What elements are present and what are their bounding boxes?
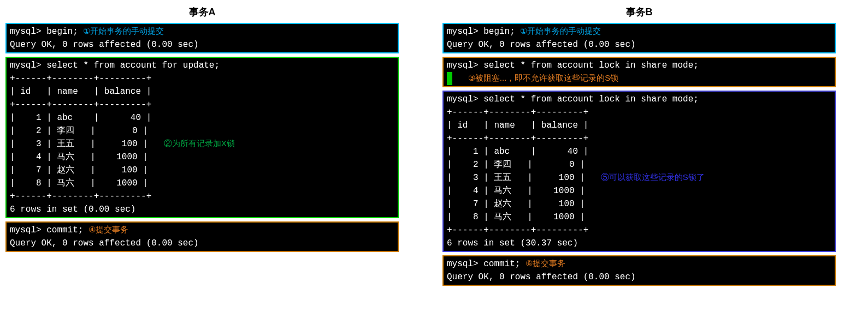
b-select1-cmd: mysql> select * from account lock in sha…	[447, 61, 699, 70]
b-select1-annotation: ③被阻塞...，即不允许获取这些记录的S锁	[468, 73, 619, 82]
a-table-sep-bot: +------+--------+---------+	[10, 191, 151, 201]
table-row: | 2 | 李四 | 0 |	[10, 126, 148, 136]
column-a-title: 事务A	[5, 5, 399, 19]
table-row: | 2 | 李四 | 0 |	[447, 160, 585, 170]
table-row: | 7 | 赵六 | 100 |	[10, 165, 148, 175]
table-row: | 1 | abc | 40 |	[447, 147, 588, 157]
a-select-annotation: ②为所有记录加X锁	[164, 139, 235, 148]
table-row: | 1 | abc | 40 |	[10, 113, 151, 123]
table-row: | 4 | 马六 | 1000 |	[447, 186, 585, 196]
a-commit-block: mysql> commit; ④提交事务 Query OK, 0 rows af…	[5, 221, 399, 252]
b-commit-prompt: mysql> commit;	[447, 259, 520, 269]
a-table-header: | id | name | balance |	[10, 87, 151, 97]
a-begin-result: Query OK, 0 rows affected (0.00 sec)	[10, 40, 199, 50]
a-select-result: 6 rows in set (0.00 sec)	[10, 205, 135, 214]
b-table-sep-mid: +------+--------+---------+	[447, 134, 588, 143]
b-table-header: | id | name | balance |	[447, 121, 588, 130]
b-commit-block: mysql> commit; ⑥提交事务 Query OK, 0 rows af…	[442, 255, 836, 286]
table-row: | 3 | 王五 | 100 |	[10, 139, 148, 149]
b-select2-cmd: mysql> select * from account lock in sha…	[447, 94, 699, 104]
a-begin-annotation: ①开始事务的手动提交	[83, 26, 164, 35]
a-begin-prompt: mysql> begin;	[10, 27, 78, 37]
table-row: | 8 | 马六 | 1000 |	[447, 212, 585, 222]
b-begin-annotation: ①开始事务的手动提交	[520, 26, 601, 35]
column-b-title: 事务B	[442, 5, 836, 19]
table-row: | 8 | 马六 | 1000 |	[10, 178, 148, 188]
a-select-block: mysql> select * from account for update;…	[5, 57, 399, 218]
b-select2-annotation: ⑤可以获取这些记录的S锁了	[601, 172, 705, 182]
b-commit-result: Query OK, 0 rows affected (0.00 sec)	[447, 272, 636, 282]
a-select-cmd: mysql> select * from account for update;	[10, 61, 220, 70]
b-table-sep-bot: +------+--------+---------+	[447, 225, 588, 235]
table-row: | 4 | 马六 | 1000 |	[10, 152, 148, 162]
b-begin-result: Query OK, 0 rows affected (0.00 sec)	[447, 40, 636, 50]
table-row: | 7 | 赵六 | 100 |	[447, 199, 585, 209]
cursor-icon	[447, 72, 452, 85]
transaction-b-column: 事务B mysql> begin; ①开始事务的手动提交 Query OK, 0…	[442, 5, 836, 289]
b-begin-block: mysql> begin; ①开始事务的手动提交 Query OK, 0 row…	[442, 23, 836, 53]
table-row: | 3 | 王五 | 100 |	[447, 173, 585, 183]
b-table-sep-top: +------+--------+---------+	[447, 107, 588, 117]
a-commit-result: Query OK, 0 rows affected (0.00 sec)	[10, 238, 199, 248]
b-commit-annotation: ⑥提交事务	[525, 259, 565, 268]
a-begin-block: mysql> begin; ①开始事务的手动提交 Query OK, 0 row…	[5, 23, 399, 53]
b-select2-result: 6 rows in set (30.37 sec)	[447, 238, 578, 248]
transaction-a-column: 事务A mysql> begin; ①开始事务的手动提交 Query OK, 0…	[5, 5, 399, 289]
b-begin-prompt: mysql> begin;	[447, 27, 515, 37]
b-select-success-block: mysql> select * from account lock in sha…	[442, 91, 836, 252]
a-table-sep-mid: +------+--------+---------+	[10, 100, 151, 110]
a-commit-annotation: ④提交事务	[88, 225, 128, 234]
a-table-sep-top: +------+--------+---------+	[10, 74, 151, 83]
b-select-blocked-block: mysql> select * from account lock in sha…	[442, 57, 836, 87]
a-commit-prompt: mysql> commit;	[10, 225, 83, 235]
